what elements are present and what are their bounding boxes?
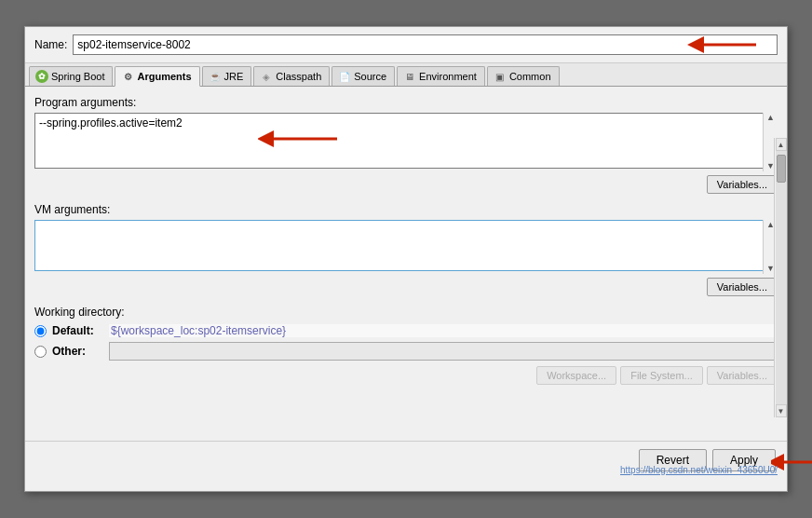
name-input[interactable] [73, 34, 778, 55]
working-dir-label: Working directory: [34, 306, 778, 319]
program-args-variables-button[interactable]: Variables... [707, 175, 778, 194]
working-dir-section: Working directory: Default: ${workspace_… [34, 306, 778, 385]
working-dir-variables-button[interactable]: Variables... [707, 366, 778, 385]
other-input[interactable] [109, 342, 778, 361]
arguments-icon: ⚙ [121, 70, 134, 83]
name-row: Name: [25, 27, 787, 63]
program-args-variables-row: Variables... [34, 175, 778, 194]
main-content: Program arguments: --spring.profiles.act… [25, 87, 787, 441]
vm-args-textarea[interactable] [34, 220, 778, 271]
program-args-textarea[interactable]: --spring.profiles.active=item2 [34, 113, 778, 169]
default-radio-label: Default: [52, 324, 103, 337]
vm-args-container: ▲ ▼ [34, 220, 778, 274]
program-args-label: Program arguments: [34, 96, 778, 109]
other-radio-row: Other: [34, 342, 778, 361]
classpath-icon: ◈ [260, 70, 273, 83]
name-label: Name: [34, 38, 67, 51]
scroll-track [776, 151, 787, 404]
footer: Revert Apply https://blog.csdn.net/weixi… [25, 441, 787, 479]
jre-icon: ☕ [209, 70, 222, 83]
tab-spring-boot[interactable]: ✿ Spring Boot [29, 66, 113, 86]
run-configuration-dialog: Name: ✿ Spring Boot ⚙ Arguments ☕ JRE ◈ [24, 26, 788, 492]
other-radio[interactable] [34, 346, 47, 358]
default-radio-row: Default: ${workspace_loc:sp02-itemservic… [34, 324, 778, 337]
tab-environment[interactable]: 🖥 Environment [397, 66, 485, 86]
tab-jre[interactable]: ☕ JRE [202, 66, 252, 86]
spring-boot-icon: ✿ [35, 70, 48, 83]
environment-icon: 🖥 [403, 70, 416, 83]
tab-common[interactable]: ▣ Common [487, 66, 560, 86]
main-scroll-up[interactable]: ▲ [776, 138, 787, 151]
default-radio[interactable] [34, 325, 47, 337]
filesystem-button[interactable]: File System... [620, 366, 703, 385]
main-scrollbar[interactable]: ▲ ▼ [774, 138, 787, 417]
vm-args-label: VM arguments: [34, 203, 778, 216]
scroll-up-arrow[interactable]: ▲ [766, 114, 775, 122]
default-radio-value: ${workspace_loc:sp02-itemservice} [109, 324, 778, 337]
tab-source[interactable]: 📄 Source [332, 66, 395, 86]
workspace-button[interactable]: Workspace... [536, 366, 616, 385]
program-args-container: --spring.profiles.active=item2 ▲ ▼ [34, 113, 778, 171]
source-icon: 📄 [338, 70, 351, 83]
working-dir-buttons-row: Workspace... File System... Variables... [34, 366, 778, 385]
vm-args-variables-row: Variables... [34, 278, 778, 296]
tab-arguments[interactable]: ⚙ Arguments [115, 66, 199, 87]
tab-classpath[interactable]: ◈ Classpath [253, 66, 330, 86]
common-icon: ▣ [494, 70, 507, 83]
scroll-thumb[interactable] [777, 155, 786, 183]
vm-args-variables-button[interactable]: Variables... [707, 278, 778, 296]
other-radio-label: Other: [52, 345, 103, 358]
url-bar: https://blog.csdn.net/weixin_43650U0/ [620, 465, 778, 475]
main-scroll-down[interactable]: ▼ [776, 404, 787, 417]
tabs-bar: ✿ Spring Boot ⚙ Arguments ☕ JRE ◈ Classp… [25, 63, 787, 87]
